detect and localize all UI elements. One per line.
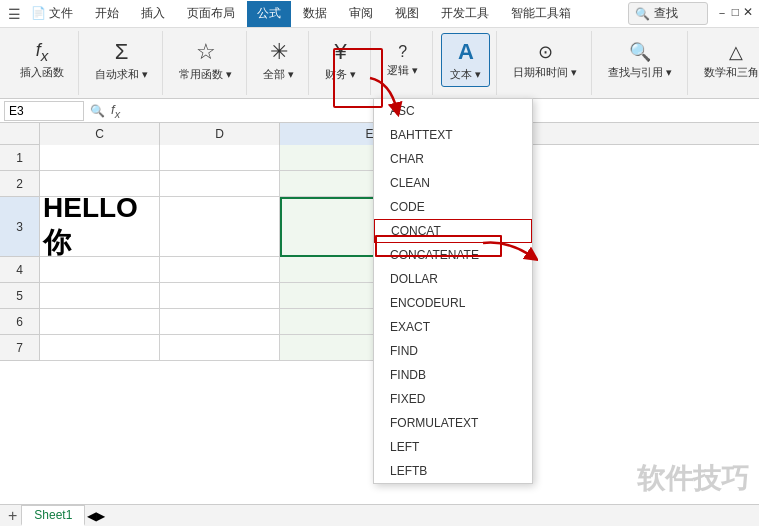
col-header-c[interactable]: C	[40, 123, 160, 145]
row-num-5[interactable]: 5	[0, 283, 40, 309]
btn-math[interactable]: △ 数学和三角 ▾	[696, 33, 760, 87]
cell-c5[interactable]	[40, 283, 160, 309]
title-bar: ☰ 📄 文件 开始 插入 页面布局 公式 数据 审阅 视图 开发工具 智能工具箱…	[0, 0, 759, 28]
btn-common[interactable]: ☆ 常用函数 ▾	[171, 33, 240, 87]
dropdown-item-clean[interactable]: CLEAN	[374, 171, 532, 195]
search-box[interactable]: 🔍 查找	[628, 2, 708, 25]
cell-c1[interactable]	[40, 145, 160, 171]
scroll-right-icon[interactable]: ▶	[96, 509, 105, 523]
arrow-1	[362, 70, 412, 120]
math-icon: △	[729, 41, 743, 63]
watermark: 软件技巧	[637, 460, 749, 498]
close-icon[interactable]: ✕	[743, 5, 753, 22]
cell-d5[interactable]	[160, 283, 280, 309]
math-label: 数学和三角 ▾	[704, 65, 760, 80]
tab-start[interactable]: 开始	[85, 1, 129, 27]
fx-icon: fx	[111, 102, 120, 120]
cell-d4[interactable]	[160, 257, 280, 283]
btn-lookup[interactable]: 🔍 查找与引用 ▾	[600, 33, 680, 87]
tab-view[interactable]: 视图	[385, 1, 429, 27]
row-num-3[interactable]: 3	[0, 197, 40, 257]
scroll-left-icon[interactable]: ◀	[87, 509, 96, 523]
btn-text[interactable]: A 文本 ▾	[441, 33, 490, 87]
ribbon-group-math: △ 数学和三角 ▾	[690, 31, 760, 95]
common-label: 常用函数 ▾	[179, 67, 232, 82]
sheet-tab-sheet1[interactable]: Sheet1	[21, 505, 85, 526]
dropdown-item-dollar[interactable]: DOLLAR	[374, 267, 532, 291]
tab-formula[interactable]: 公式	[247, 1, 291, 27]
insertfn-label: 插入函数	[20, 65, 64, 80]
title-bar-icons: ☰	[6, 4, 23, 24]
ribbon-group-all: ✳ 全部 ▾	[249, 31, 309, 95]
ribbon-group-autosum: Σ 自动求和 ▾	[81, 31, 163, 95]
btn-all[interactable]: ✳ 全部 ▾	[255, 33, 302, 87]
add-sheet-button[interactable]: +	[4, 507, 21, 525]
dropdown-item-findb[interactable]: FINDB	[374, 363, 532, 387]
tab-review[interactable]: 审阅	[339, 1, 383, 27]
arrow-2	[478, 235, 538, 265]
tab-pagelayout[interactable]: 页面布局	[177, 1, 245, 27]
tab-devtools[interactable]: 开发工具	[431, 1, 499, 27]
col-header-d[interactable]: D	[160, 123, 280, 145]
zoom-icon: 🔍	[90, 104, 105, 118]
logic-icon: ?	[398, 43, 407, 61]
row-numbers: 1 2 3 4 5 6 7	[0, 145, 40, 361]
window-controls: － □ ✕	[716, 5, 753, 22]
dropdown-item-encodeurl[interactable]: ENCODEURL	[374, 291, 532, 315]
row-num-7[interactable]: 7	[0, 335, 40, 361]
dropdown-item-fixed[interactable]: FIXED	[374, 387, 532, 411]
ribbon-group-text: A 文本 ▾	[435, 31, 497, 95]
ribbon-group-lookup: 🔍 查找与引用 ▾	[594, 31, 687, 95]
autosum-icon: Σ	[115, 39, 129, 65]
finance-label: 财务 ▾	[325, 67, 356, 82]
cell-d3[interactable]	[160, 197, 280, 257]
cell-d6[interactable]	[160, 309, 280, 335]
minimize-icon[interactable]: －	[716, 5, 728, 22]
ribbon-group-common: ☆ 常用函数 ▾	[165, 31, 247, 95]
lookup-label: 查找与引用 ▾	[608, 65, 672, 80]
sheet-tabs: + Sheet1 ◀ ▶	[0, 504, 759, 526]
btn-finance[interactable]: ¥ 财务 ▾	[317, 33, 364, 87]
row-num-6[interactable]: 6	[0, 309, 40, 335]
datetime-label: 日期和时间 ▾	[513, 65, 577, 80]
lookup-icon: 🔍	[629, 41, 651, 63]
dropdown-item-find[interactable]: FIND	[374, 339, 532, 363]
ribbon-group-datetime: ⊙ 日期和时间 ▾	[499, 31, 592, 95]
dropdown-item-bahttext[interactable]: BAHTTEXT	[374, 123, 532, 147]
cell-c4[interactable]	[40, 257, 160, 283]
cell-d1[interactable]	[160, 145, 280, 171]
btn-autosum[interactable]: Σ 自动求和 ▾	[87, 33, 156, 87]
cell-c7[interactable]	[40, 335, 160, 361]
file-menu[interactable]: 📄 文件	[31, 5, 73, 22]
row-num-2[interactable]: 2	[0, 171, 40, 197]
ribbon-tabs-row: 开始 插入 页面布局 公式 数据 审阅 视图 开发工具 智能工具箱	[85, 1, 581, 27]
search-icon: 🔍	[635, 7, 650, 21]
search-label: 查找	[654, 5, 678, 22]
btn-insert-function[interactable]: fx 插入函数	[12, 33, 72, 87]
dropdown-item-left[interactable]: LEFT	[374, 435, 532, 459]
cell-reference[interactable]: E3	[4, 101, 84, 121]
cell-d2[interactable]	[160, 171, 280, 197]
dropdown-item-exact[interactable]: EXACT	[374, 315, 532, 339]
common-icon: ☆	[196, 39, 216, 65]
btn-datetime[interactable]: ⊙ 日期和时间 ▾	[505, 33, 585, 87]
maximize-icon[interactable]: □	[732, 5, 739, 22]
tab-data[interactable]: 数据	[293, 1, 337, 27]
dropdown-item-formulatext[interactable]: FORMULATEXT	[374, 411, 532, 435]
tab-insert[interactable]: 插入	[131, 1, 175, 27]
autosum-label: 自动求和 ▾	[95, 67, 148, 82]
tab-smarttools[interactable]: 智能工具箱	[501, 1, 581, 27]
cell-c6[interactable]	[40, 309, 160, 335]
finance-icon: ¥	[335, 39, 347, 65]
text-label: 文本 ▾	[450, 67, 481, 82]
dropdown-item-code[interactable]: CODE	[374, 195, 532, 219]
dropdown-item-leftb[interactable]: LEFTB	[374, 459, 532, 483]
row-num-4[interactable]: 4	[0, 257, 40, 283]
formula-icons: 🔍 fx	[84, 102, 126, 120]
cell-d7[interactable]	[160, 335, 280, 361]
cell-c3[interactable]: HELLO 你	[40, 197, 160, 257]
row-num-1[interactable]: 1	[0, 145, 40, 171]
dropdown-item-char[interactable]: CHAR	[374, 147, 532, 171]
insertfn-icon: fx	[36, 40, 49, 64]
menu-icon[interactable]: ☰	[6, 4, 23, 24]
